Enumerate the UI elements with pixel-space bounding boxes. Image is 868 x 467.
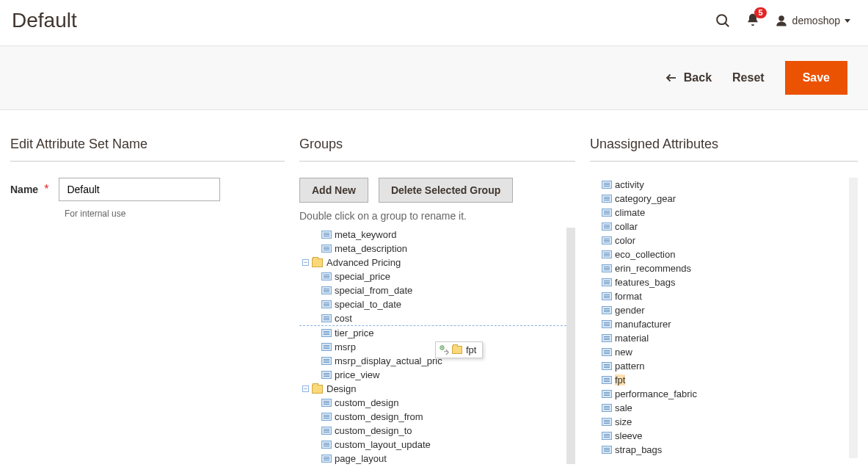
tree-item-label: meta_description [335,243,407,254]
collapse-toggle-icon[interactable]: − [302,385,309,392]
user-name-label: demoshop [792,15,840,26]
unassigned-attribute[interactable]: strap_bags [602,443,849,457]
unassigned-item-label: new [615,347,632,358]
notification-count-badge: 5 [754,7,766,18]
folder-icon [452,346,462,354]
attribute-icon [602,236,612,245]
unassigned-attribute[interactable]: performance_fabric [602,387,849,401]
attribute-icon [602,320,612,328]
attribute-icon [602,362,612,370]
add-new-group-button[interactable]: Add New [299,178,368,203]
tree-attribute[interactable]: page_layout [299,452,566,464]
reset-button[interactable]: Reset [732,71,765,84]
unassigned-attribute[interactable]: erin_recommends [602,261,849,275]
attribute-icon [602,432,612,440]
tree-attribute[interactable]: msrp_display_actual_pric [299,354,566,368]
unassigned-item-label: eco_collection [615,249,675,260]
tree-attribute[interactable]: meta_description [299,242,566,256]
attribute-icon [602,390,612,398]
delete-group-button[interactable]: Delete Selected Group [379,178,513,203]
tree-attribute[interactable]: custom_design [299,396,566,410]
tree-group[interactable]: −Design [299,382,566,396]
attribute-icon [602,404,612,412]
unassigned-item-label: gender [615,305,644,316]
unassigned-attribute[interactable]: features_bags [602,275,849,289]
unassigned-attribute[interactable]: style_bags [602,457,849,458]
back-label: Back [684,71,712,84]
unassigned-item-label: sleeve [615,430,643,441]
user-menu[interactable]: demoshop [775,14,850,27]
attribute-icon [321,314,332,322]
tree-item-label: page_layout [335,453,387,464]
collapse-toggle-icon[interactable]: − [302,259,309,266]
unassigned-attribute[interactable]: size [602,415,849,429]
tree-attribute[interactable]: custom_design_to [299,424,566,438]
tree-item-label: custom_design_from [335,411,423,422]
tree-attribute[interactable]: msrp [299,340,566,354]
unassigned-item-label: features_bags [615,277,675,288]
unassigned-attribute[interactable]: activity [602,178,849,192]
attribute-icon [321,441,332,449]
tree-attribute[interactable]: tier_price [299,326,566,340]
unassigned-item-label: performance_fabric [615,388,697,399]
attribute-icon [602,195,612,203]
unassigned-list[interactable]: activitycategory_gearclimatecollarcolore… [590,178,858,458]
attribute-icon [602,209,612,217]
notifications-button[interactable]: 5 [745,12,760,29]
unassigned-attribute[interactable]: collar [602,220,849,234]
attribute-icon [321,245,332,253]
unassigned-item-label: fpt [615,374,625,385]
unassigned-attribute[interactable]: color [602,234,849,247]
attribute-icon [602,264,612,272]
name-field-hint: For internal use [65,209,285,219]
tree-attribute[interactable]: price_view [299,368,566,382]
unassigned-attribute[interactable]: climate [602,206,849,220]
tree-item-label: tier_price [335,327,373,339]
tree-attribute[interactable]: special_price [299,269,566,283]
tree-item-label: meta_keyword [335,229,397,240]
attribute-icon [602,181,612,189]
attribute-icon [602,334,612,342]
unassigned-attribute[interactable]: pattern [602,359,849,373]
attribute-icon [602,250,612,258]
attribute-icon [602,376,612,384]
tree-attribute[interactable]: custom_design_from [299,410,566,424]
tree-attribute[interactable]: special_from_date [299,283,566,297]
attribute-icon [321,272,332,280]
drag-ghost-label: fpt [466,344,476,355]
svg-point-0 [717,15,726,24]
unassigned-attribute[interactable]: category_gear [602,192,849,206]
name-field[interactable] [59,178,220,201]
tree-item-label: cost [335,313,352,324]
unassigned-attribute[interactable]: sleeve [602,429,849,443]
tree-attribute[interactable]: custom_layout_update [299,438,566,452]
unassigned-attribute[interactable]: material [602,331,849,345]
unassigned-attribute[interactable]: manufacturer [602,317,849,331]
attribute-icon [321,455,332,463]
tree-group[interactable]: −Advanced Pricing [299,256,566,269]
attribute-icon [321,427,332,435]
attribute-icon [602,306,612,314]
required-star-icon: * [44,184,48,195]
unassigned-attribute[interactable]: eco_collection [602,247,849,261]
unassigned-attribute[interactable]: fpt [602,373,849,387]
unassigned-item-label: climate [615,207,645,218]
save-button[interactable]: Save [785,61,847,95]
unassigned-attribute[interactable]: gender [602,303,849,317]
tree-attribute[interactable]: meta_keyword [299,228,566,242]
attribute-icon [602,222,612,231]
unassigned-attribute[interactable]: sale [602,401,849,415]
tree-attribute[interactable]: special_to_date [299,297,566,311]
back-button[interactable]: Back [665,71,712,84]
unassigned-item-label: erin_recommends [615,263,691,274]
attribute-icon [321,231,332,239]
tree-item-label: msrp_display_actual_pric [335,355,442,366]
page-title: Default [12,9,715,32]
unassigned-attribute[interactable]: format [602,289,849,303]
tree-item-label: special_from_date [335,285,412,296]
tree-attribute[interactable]: cost [299,311,566,325]
attribute-icon [321,329,332,337]
search-icon[interactable] [715,12,731,29]
unassigned-attribute[interactable]: new [602,345,849,359]
groups-rename-hint: Double click on a group to rename it. [299,210,575,222]
